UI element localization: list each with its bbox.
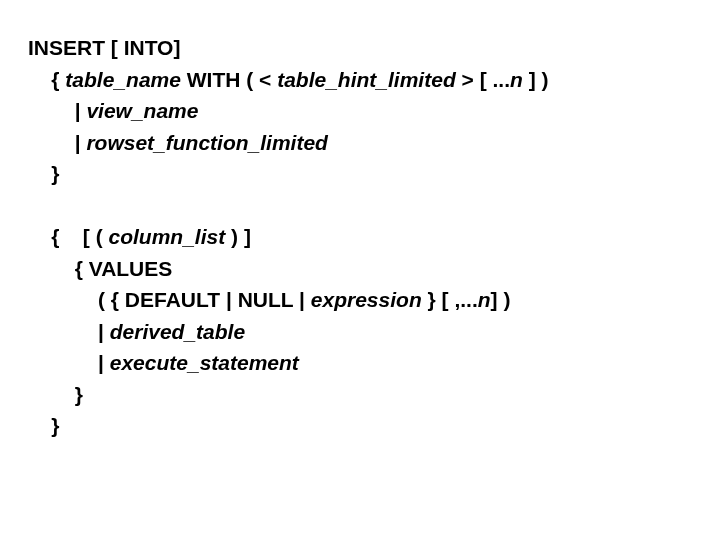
syntax-line: { [ ( column_list ) ] <box>28 221 720 253</box>
text: } <box>28 414 60 437</box>
identifier: n <box>478 288 491 311</box>
syntax-line: { VALUES <box>28 253 720 285</box>
syntax-block: INSERT [ INTO] { table_name WITH ( < tab… <box>28 32 720 442</box>
syntax-line: } <box>28 410 720 442</box>
identifier: column_list <box>109 225 226 248</box>
syntax-line: INSERT [ INTO] <box>28 32 720 64</box>
syntax-line: } <box>28 158 720 190</box>
identifier: derived_table <box>110 320 245 343</box>
text: { VALUES <box>28 257 172 280</box>
identifier: table_name <box>65 68 181 91</box>
syntax-line: { table_name WITH ( < table_hint_limited… <box>28 64 720 96</box>
text: ] ) <box>523 68 549 91</box>
text: ] ) <box>491 288 511 311</box>
text: > [ ... <box>456 68 510 91</box>
text: | <box>28 351 110 374</box>
identifier: execute_statement <box>110 351 299 374</box>
text <box>28 194 34 217</box>
identifier: view_name <box>86 99 198 122</box>
text: ) ] <box>225 225 251 248</box>
identifier: n <box>510 68 523 91</box>
text: } <box>28 162 60 185</box>
syntax-line: ( { DEFAULT | NULL | expression } [ ,...… <box>28 284 720 316</box>
text: { [ ( <box>28 225 109 248</box>
syntax-line <box>28 190 720 222</box>
syntax-line: | execute_statement <box>28 347 720 379</box>
identifier: expression <box>311 288 422 311</box>
syntax-line: | rowset_function_limited <box>28 127 720 159</box>
identifier: rowset_function_limited <box>86 131 328 154</box>
text: | <box>28 99 86 122</box>
text: ( { DEFAULT | NULL | <box>28 288 311 311</box>
syntax-line: | derived_table <box>28 316 720 348</box>
text: INSERT [ INTO] <box>28 36 180 59</box>
text: | <box>28 320 110 343</box>
text: | <box>28 131 86 154</box>
text: } <box>28 383 83 406</box>
text: WITH ( < <box>181 68 277 91</box>
syntax-line: | view_name <box>28 95 720 127</box>
text: { <box>28 68 65 91</box>
identifier: table_hint_limited <box>277 68 456 91</box>
syntax-line: } <box>28 379 720 411</box>
text: } [ ,... <box>422 288 478 311</box>
